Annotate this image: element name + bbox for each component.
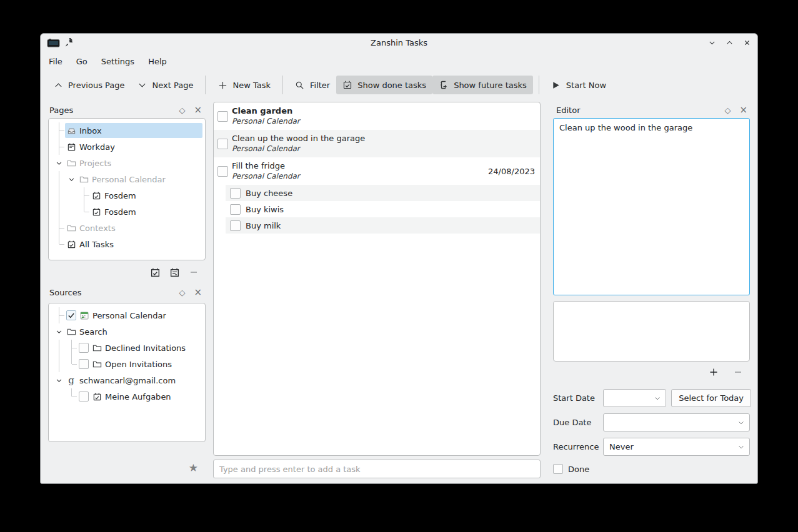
main-content: Pages ◇ × Inbox Wor <box>41 99 757 483</box>
source-item-personal-calendar[interactable]: Personal Calendar <box>50 307 202 323</box>
remove-page-icon[interactable] <box>188 267 199 278</box>
recurrence-value: Never <box>609 442 737 451</box>
filter-button[interactable]: Filter <box>289 76 336 94</box>
start-date-label: Start Date <box>553 393 603 403</box>
toolbar: Previous Page Next Page New Task Filter … <box>41 71 757 99</box>
pin-icon[interactable] <box>64 38 74 47</box>
start-date-combobox[interactable] <box>603 389 666 407</box>
menu-go[interactable]: Go <box>69 54 94 69</box>
app-icon <box>47 38 60 48</box>
tree-guide <box>65 204 77 220</box>
add-task-input[interactable] <box>213 460 541 478</box>
previous-page-button[interactable]: Previous Page <box>47 76 131 94</box>
tree-item-label: schwancarl@gmail.com <box>79 376 176 385</box>
menubar: File Go Settings Help <box>41 52 757 71</box>
select-for-today-button[interactable]: Select for Today <box>671 389 751 407</box>
source-checkbox[interactable] <box>79 343 89 353</box>
chevron-down-icon <box>137 80 147 90</box>
due-date-row: Due Date <box>553 413 751 431</box>
task-project: Personal Calendar <box>232 117 535 126</box>
add-context-icon[interactable] <box>169 267 180 278</box>
toolbar-separator <box>539 76 539 94</box>
pages-item-contexts[interactable]: Contexts <box>50 220 202 236</box>
source-item-meine-aufgaben[interactable]: Meine Aufgaben <box>50 388 202 405</box>
close-panel-icon[interactable]: × <box>194 106 202 115</box>
expander-chevron-icon[interactable] <box>52 155 65 171</box>
tree-item-label: Declined Invitations <box>105 343 186 353</box>
tree-guide <box>65 187 77 204</box>
close-button[interactable] <box>742 39 751 47</box>
close-panel-icon[interactable]: × <box>194 288 202 297</box>
pages-item-projects[interactable]: Projects <box>50 155 202 171</box>
float-panel-icon[interactable]: ◇ <box>179 288 185 297</box>
pages-item-fosdem-2[interactable]: Fosdem <box>50 204 202 220</box>
remove-attachment-icon[interactable] <box>732 367 744 378</box>
task-checkbox[interactable] <box>217 111 228 122</box>
task-row[interactable]: Clean garden Personal Calendar <box>214 102 540 130</box>
subtask-title: Buy kiwis <box>246 205 284 214</box>
sources-panel-actions: ★ <box>48 457 206 478</box>
task-title: Clean garden <box>232 106 535 116</box>
attachments-area[interactable] <box>553 301 750 362</box>
tree-guide <box>52 388 65 405</box>
task-row[interactable]: Clean up the wood in the garage Personal… <box>214 130 540 157</box>
add-project-icon[interactable] <box>149 267 161 278</box>
tree-item-label: Personal Calendar <box>92 175 166 184</box>
float-panel-icon[interactable]: ◇ <box>179 106 185 114</box>
subtask-row[interactable]: Buy kiwis <box>214 201 540 217</box>
task-checkbox[interactable] <box>230 188 241 199</box>
show-future-tasks-toggle[interactable]: Show future tasks <box>432 76 533 94</box>
task-row[interactable]: Fill the fridge Personal Calendar 24/08/… <box>214 157 540 185</box>
recurrence-label: Recurrence <box>553 442 603 451</box>
task-project: Personal Calendar <box>232 172 484 180</box>
chevron-down-icon <box>654 395 661 402</box>
next-page-button[interactable]: Next Page <box>131 76 200 94</box>
pages-item-inbox[interactable]: Inbox <box>50 122 202 139</box>
show-done-tasks-toggle[interactable]: Show done tasks <box>336 76 432 94</box>
maximize-button[interactable] <box>725 39 734 47</box>
done-label: Done <box>568 465 589 474</box>
done-checkbox[interactable] <box>553 464 563 474</box>
default-source-star-icon[interactable]: ★ <box>189 461 198 474</box>
menu-settings[interactable]: Settings <box>94 54 141 69</box>
tree-guide <box>65 340 77 356</box>
source-item-open-invitations[interactable]: Open Invitations <box>50 356 202 372</box>
source-item-declined-invitations[interactable]: Declined Invitations <box>50 340 202 356</box>
pages-item-fosdem-1[interactable]: Fosdem <box>50 187 202 204</box>
add-attachment-icon[interactable] <box>708 367 719 378</box>
menu-help[interactable]: Help <box>141 54 174 69</box>
titlebar[interactable]: Zanshin Tasks <box>41 34 757 52</box>
expander-chevron-icon[interactable] <box>52 372 65 388</box>
source-item-search[interactable]: Search <box>50 323 202 340</box>
source-checkbox[interactable] <box>79 359 89 369</box>
float-panel-icon[interactable]: ◇ <box>724 106 731 114</box>
pages-item-all-tasks[interactable]: All Tasks <box>50 236 202 252</box>
minimize-button[interactable] <box>707 39 716 47</box>
done-row: Done <box>548 464 751 474</box>
pages-item-workday[interactable]: Workday <box>50 139 202 155</box>
task-checkbox[interactable] <box>230 204 241 215</box>
new-task-button[interactable]: New Task <box>211 76 277 94</box>
folder-icon <box>66 223 76 233</box>
expander-chevron-icon[interactable] <box>65 171 77 187</box>
subtask-row[interactable]: Buy milk <box>214 217 540 234</box>
subtask-row[interactable]: Buy cheese <box>214 185 540 201</box>
menu-file[interactable]: File <box>42 54 69 69</box>
task-checkbox[interactable] <box>230 220 241 231</box>
tree-item-label: Projects <box>79 159 111 168</box>
source-item-gmail-account[interactable]: g schwancarl@gmail.com <box>50 372 202 388</box>
task-checkbox[interactable] <box>217 166 228 177</box>
pages-item-personal-calendar[interactable]: Personal Calendar <box>50 171 202 187</box>
recurrence-combobox[interactable]: Never <box>603 438 750 456</box>
task-checkbox[interactable] <box>217 139 228 149</box>
source-checkbox[interactable] <box>79 392 89 401</box>
start-now-button[interactable]: Start Now <box>545 76 612 94</box>
tree-item-label: Contexts <box>79 224 116 233</box>
source-checkbox[interactable] <box>66 310 76 320</box>
close-panel-icon[interactable]: × <box>739 106 747 115</box>
expander-chevron-icon[interactable] <box>52 323 65 340</box>
task-text-editor[interactable]: Clean up the wood in the garage <box>553 118 750 295</box>
new-task-label: New Task <box>232 81 271 90</box>
due-date-combobox[interactable] <box>603 413 750 431</box>
editor-panel: Editor ◇ × Clean up the wood in the gara… <box>548 102 751 478</box>
